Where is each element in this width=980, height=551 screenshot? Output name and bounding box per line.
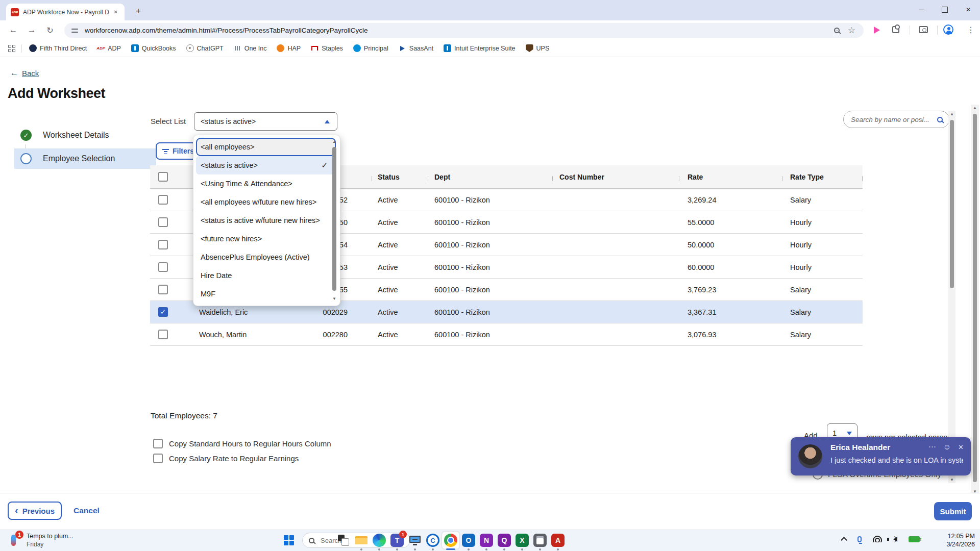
speaker-icon[interactable] xyxy=(893,537,897,542)
weather-widget-icon[interactable] xyxy=(11,535,16,546)
profile-avatar-icon[interactable] xyxy=(943,24,953,35)
row-checkbox[interactable] xyxy=(158,330,168,339)
menu-option[interactable]: <all employees> xyxy=(196,138,336,156)
outlook-icon[interactable] xyxy=(462,534,475,547)
menu-option[interactable]: M9F xyxy=(193,285,340,303)
cancel-button[interactable]: Cancel xyxy=(74,506,100,515)
scroll-down-icon[interactable] xyxy=(331,296,337,302)
pink-extension-icon[interactable] xyxy=(874,27,880,34)
bookmark-quickbooks[interactable]: QuickBooks xyxy=(131,44,176,52)
teams-notification[interactable]: Erica Healander I just checked and she i… xyxy=(791,437,971,475)
select-all-checkbox[interactable] xyxy=(158,172,168,182)
page-scrollbar-thumb[interactable] xyxy=(973,114,977,482)
chrome-icon[interactable] xyxy=(444,534,457,547)
taskbar-clock[interactable]: 12:05 PM 3/24/2026 xyxy=(946,532,975,548)
url-text[interactable]: workforcenow.adp.com/theme/admin.html#/P… xyxy=(85,27,834,34)
bookmark-ups[interactable]: UPS xyxy=(526,44,550,52)
c-logo-icon[interactable] xyxy=(426,534,439,547)
step-worksheet-details[interactable]: Worksheet Details xyxy=(14,125,156,145)
bookmark-one-inc[interactable]: One Inc xyxy=(234,44,267,52)
start-button[interactable] xyxy=(284,535,294,545)
battery-icon[interactable] xyxy=(909,536,920,542)
tab-close-icon[interactable] xyxy=(112,8,120,16)
inner-scrollbar[interactable] xyxy=(948,111,955,483)
menu-option[interactable]: <Using Time & Attendance> xyxy=(193,174,340,193)
quickbooks-app-icon[interactable] xyxy=(498,534,511,547)
copy-salary-rate-checkbox[interactable] xyxy=(153,454,163,463)
sidebar-search-icon[interactable] xyxy=(919,26,928,33)
calculator-icon[interactable] xyxy=(533,534,547,547)
row-checkbox[interactable] xyxy=(158,262,168,272)
select-list-dropdown[interactable]: <status is active> xyxy=(194,112,337,131)
header-cost-number[interactable]: Cost Number xyxy=(552,173,679,181)
teams-icon[interactable]: 1 xyxy=(390,534,404,547)
task-view-icon[interactable] xyxy=(337,534,350,547)
menu-option[interactable]: Hire Date xyxy=(193,266,340,285)
tray-chevron-icon[interactable] xyxy=(841,537,847,543)
weather-headline[interactable]: Temps to plum... xyxy=(27,533,74,540)
browser-back-icon[interactable] xyxy=(6,23,20,37)
page-scrollbar[interactable] xyxy=(971,105,979,495)
menu-option[interactable]: AbsencePlus Employees (Active) xyxy=(193,248,340,266)
emoji-reaction-icon[interactable] xyxy=(943,442,951,452)
scroll-up-icon[interactable] xyxy=(971,106,979,110)
menu-scrollbar[interactable] xyxy=(331,139,337,302)
bookmark-intuit[interactable]: Intuit Enterprise Suite xyxy=(444,44,516,52)
menu-scrollbar-thumb[interactable] xyxy=(332,147,336,291)
maximize-button[interactable] xyxy=(933,0,957,19)
bookmark-adp[interactable]: ADPADP xyxy=(97,44,121,52)
copy-standard-hours-option[interactable]: Copy Standard Hours to Regular Hours Col… xyxy=(153,439,331,448)
header-rate[interactable]: Rate xyxy=(679,173,782,181)
remote-desktop-icon[interactable] xyxy=(408,534,422,547)
file-explorer-icon[interactable] xyxy=(355,534,368,547)
bookmark-star-icon[interactable] xyxy=(848,28,855,34)
employee-search-input[interactable] xyxy=(850,115,937,124)
row-checkbox[interactable] xyxy=(158,240,168,249)
bookmark-saasant[interactable]: SaasAnt xyxy=(399,44,433,52)
wifi-icon[interactable] xyxy=(873,536,882,542)
site-info-icon[interactable] xyxy=(71,28,79,33)
search-icon[interactable] xyxy=(937,117,943,122)
row-checkbox[interactable] xyxy=(158,195,168,205)
browser-menu-icon[interactable] xyxy=(967,25,975,35)
new-tab-button[interactable] xyxy=(132,5,145,18)
bookmark-chatgpt[interactable]: ChatGPT xyxy=(186,44,224,52)
browser-forward-icon[interactable] xyxy=(24,23,39,37)
extensions-puzzle-icon[interactable] xyxy=(892,26,899,33)
header-rate-type[interactable]: Rate Type xyxy=(782,173,863,181)
row-checkbox-checked[interactable] xyxy=(158,307,168,317)
header-dept[interactable]: Dept xyxy=(428,173,552,181)
scroll-down-icon[interactable] xyxy=(948,478,955,482)
excel-icon[interactable] xyxy=(516,534,529,547)
browser-reload-icon[interactable] xyxy=(43,23,57,37)
step-employee-selection[interactable]: Employee Selection xyxy=(14,148,156,169)
address-bar[interactable]: workforcenow.adp.com/theme/admin.html#/P… xyxy=(64,23,864,38)
previous-button[interactable]: Previous xyxy=(8,502,62,520)
more-options-icon[interactable] xyxy=(928,442,936,452)
row-checkbox[interactable] xyxy=(158,217,168,227)
menu-option[interactable]: <all employees w/future new hires> xyxy=(193,193,340,211)
apps-grid-icon[interactable] xyxy=(8,45,15,52)
bookmark-hap[interactable]: HAP xyxy=(277,44,301,52)
dismiss-icon[interactable] xyxy=(958,442,964,452)
menu-option[interactable]: <future new hires> xyxy=(193,230,340,248)
zoom-out-icon[interactable] xyxy=(834,28,840,33)
window-close-button[interactable] xyxy=(957,0,980,19)
row-checkbox[interactable] xyxy=(158,285,168,294)
bookmark-principal[interactable]: Principal xyxy=(353,44,388,52)
back-link[interactable]: Back xyxy=(10,68,39,78)
edge-icon[interactable] xyxy=(373,534,386,547)
minimize-button[interactable] xyxy=(910,0,933,19)
submit-button[interactable]: Submit xyxy=(934,502,972,520)
menu-option-selected[interactable]: <status is active> xyxy=(196,156,336,174)
scroll-up-icon[interactable] xyxy=(948,112,955,116)
browser-tab[interactable]: ADP ADP Workforce Now - Payroll D xyxy=(6,4,125,20)
bookmark-fifth-third[interactable]: Fifth Third Direct xyxy=(29,44,87,52)
copy-salary-rate-option[interactable]: Copy Salary Rate to Regular Earnings xyxy=(153,454,299,463)
onenote-icon[interactable] xyxy=(480,534,493,547)
inner-scrollbar-thumb[interactable] xyxy=(950,120,954,288)
microphone-icon[interactable] xyxy=(857,536,862,542)
menu-option[interactable]: <status is active w/future new hires> xyxy=(193,211,340,230)
header-status[interactable]: Status xyxy=(372,173,428,181)
copy-standard-hours-checkbox[interactable] xyxy=(153,439,163,448)
